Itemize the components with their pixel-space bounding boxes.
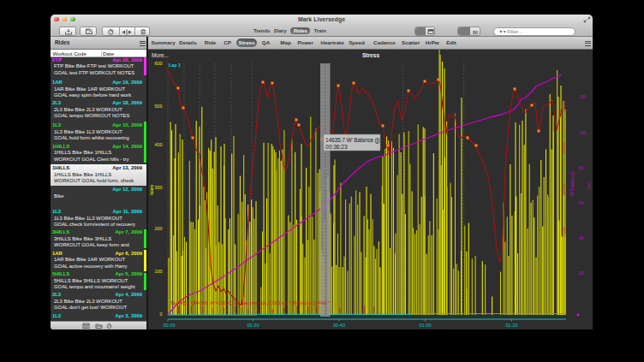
svg-text:More...: More... (152, 52, 169, 58)
svg-text:01:20: 01:20 (506, 323, 518, 328)
svg-text:40: 40 (579, 236, 584, 240)
svg-text:Lap 1: Lap 1 (169, 62, 181, 68)
svg-text:TISS: TISS (587, 182, 591, 191)
svg-text:300: 300 (155, 185, 163, 190)
svg-text:Watts: Watts (149, 184, 154, 195)
svg-text:60: 60 (579, 201, 584, 205)
svg-text:00:20: 00:20 (247, 323, 259, 328)
svg-text:00:40: 00:40 (333, 323, 345, 328)
svg-text:400: 400 (155, 142, 163, 147)
svg-text:100: 100 (579, 131, 586, 135)
svg-text:100: 100 (155, 269, 163, 274)
svg-text:15,000: 15,000 (562, 142, 566, 154)
svg-text:600: 600 (155, 61, 163, 66)
svg-text:Stress: Stress (362, 52, 379, 58)
svg-text:80: 80 (579, 166, 584, 170)
svg-text:500: 500 (155, 104, 163, 109)
svg-text:W’ Balance (j): W’ Balance (j) (570, 171, 575, 196)
svg-text:20,000: 20,000 (562, 100, 566, 112)
svg-text:80: 80 (473, 30, 478, 35)
svg-text:Tau=451, CP=286, W’=23000, 18: Tau=451, CP=286, W’=23000, 18 matches >2… (170, 300, 330, 306)
svg-text:200: 200 (155, 226, 163, 231)
svg-text:120: 120 (579, 95, 586, 99)
svg-text:14635.7 W’ Balance (j): 14635.7 W’ Balance (j) (325, 137, 379, 144)
svg-text:5,000: 5,000 (562, 227, 566, 237)
svg-text:10,000: 10,000 (562, 184, 566, 196)
svg-text:00:00: 00:00 (164, 323, 176, 328)
svg-text:00:36:23: 00:36:23 (325, 144, 348, 150)
svg-text:0: 0 (160, 312, 163, 317)
svg-text:01:00: 01:00 (420, 323, 432, 328)
svg-text:20: 20 (579, 271, 584, 276)
